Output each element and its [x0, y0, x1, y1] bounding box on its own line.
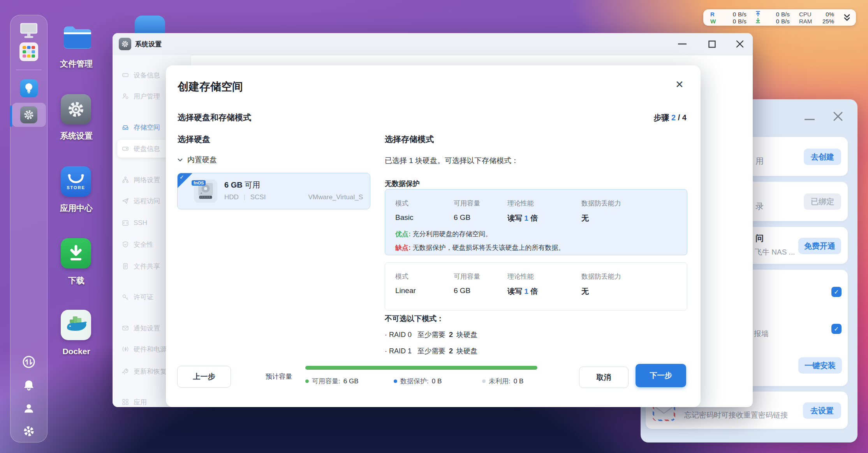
select-disk-heading: 选择硬盘 [178, 134, 210, 145]
desktop-icon-file-manager[interactable] [61, 22, 91, 54]
gear-icon [23, 109, 35, 121]
create-storage-dialog: 创建存储空间 ✕ 选择硬盘和存储模式 步骤 2 / 4 选择硬盘 内置硬盘 ✓ … [166, 65, 701, 407]
desktop-icon-app-center[interactable]: STORE [61, 166, 91, 197]
one-click-install-button[interactable]: 一键安装 [798, 357, 842, 374]
legend-available: 可用容量: 6 GB [305, 377, 358, 386]
dialog-title: 创建存储空间 [178, 79, 243, 94]
legend-protection: 数据保护: 0 B [394, 377, 442, 386]
transfer-arrows-icon [22, 355, 35, 369]
system-status-pill[interactable]: R 0 B/s 0 B/s CPU 0% W 0 B/s 0 B/s RAM 2… [703, 9, 856, 26]
sidebar-item-file-sharing[interactable]: 文件共享 [122, 261, 160, 271]
legend-dot-available [305, 379, 309, 383]
mode-pro: 优点: 充分利用硬盘的存储空间。 [385, 230, 687, 239]
wizard-minimize-button[interactable] [805, 115, 815, 122]
dock-item-settings[interactable] [22, 425, 35, 438]
window-app-icon [119, 38, 131, 50]
internal-disk-group-toggle[interactable]: 内置硬盘 [178, 155, 217, 165]
disk-capacity: 6 GB 可用 [224, 180, 260, 190]
mode-card-linear[interactable]: 模式 可用容量 理论性能 数据防丢能力 Linear 6 GB 读写 1 倍 无 [385, 262, 687, 311]
checkbox-checked[interactable]: ✓ [831, 287, 842, 297]
user-gear-icon [122, 93, 129, 100]
mode-protection: 无 [581, 213, 687, 223]
mode-table-values: Basic 6 GB 读写 1 倍 无 [385, 213, 687, 223]
sidebar-item-user-management[interactable]: 用户管理 [122, 91, 160, 101]
sidebar-item-ssh[interactable]: SSH [122, 218, 147, 228]
go-setup-button[interactable]: 去设置 [803, 402, 841, 419]
dock-item-notifications[interactable] [22, 379, 35, 392]
mode-hint: 已选择 1 块硬盘。可选择以下存储模式： [385, 156, 519, 166]
status-row-write: W 0 B/s 0 B/s RAM 25% [710, 18, 834, 25]
raid1-note: · RAID 1 至少需要 2 块硬盘 [385, 346, 477, 356]
sidebar-item-network[interactable]: 网络设置 [122, 175, 160, 185]
dock-item-user[interactable] [22, 402, 35, 415]
mode-table-values: Linear 6 GB 读写 1 倍 无 [385, 286, 687, 297]
minimize-button[interactable] [676, 38, 688, 50]
apps-grid-icon [22, 45, 36, 59]
sidebar-item-security[interactable]: 安全性 [122, 239, 153, 249]
sidebar-item-update-restore[interactable]: 更新和恢复 [122, 366, 167, 376]
hdd-icon: fnOS [194, 179, 217, 203]
cancel-button[interactable]: 取消 [579, 367, 629, 388]
chevron-double-down-icon[interactable] [843, 13, 851, 23]
monitor-icon [19, 22, 39, 39]
next-button[interactable]: 下一步 [636, 364, 686, 387]
store-text: STORE [67, 185, 85, 190]
desktop-icon-docker[interactable] [61, 310, 91, 340]
device-icon [122, 72, 129, 79]
go-create-button[interactable]: 去创建 [804, 149, 841, 165]
apps-icon [122, 399, 129, 406]
power-icon [122, 346, 129, 353]
sidebar-item-license[interactable]: 许可证 [122, 292, 153, 302]
legend-unused: 未利用: 0 B [482, 377, 523, 386]
storage-inbox-icon [122, 124, 129, 131]
legend-dot-protection [394, 379, 397, 383]
bell-icon [23, 379, 35, 392]
dock-divider [16, 70, 42, 70]
mode-card-basic[interactable]: 模式 可用容量 理论性能 数据防丢能力 Basic 6 GB 读写 1 倍 无 … [385, 189, 687, 255]
card-text-fragment: 用 [755, 156, 764, 167]
category-no-protection: 无数据保护 [385, 179, 420, 188]
sidebar-item-storage-space[interactable]: 存储空间 [122, 122, 160, 132]
desktop-icon-system-settings[interactable] [61, 94, 91, 125]
terminal-icon [122, 219, 129, 226]
dock-item-system-settings[interactable] [20, 106, 37, 123]
estimate-capacity-label: 预计容量 [266, 372, 292, 381]
bound-button[interactable]: 已绑定 [804, 193, 841, 210]
disk-card[interactable]: ✓ fnOS 6 GB 可用 HDD | SCSI VMware_Virtual… [177, 173, 370, 209]
dock-item-tips[interactable] [20, 79, 38, 97]
download-icon [752, 18, 764, 25]
dock-active-indicator [10, 105, 12, 127]
disk-icon [122, 145, 129, 152]
close-button[interactable] [734, 38, 746, 50]
window-titlebar[interactable]: 系统设置 [113, 33, 753, 55]
back-button[interactable]: 上一步 [177, 366, 231, 388]
mode-performance: 读写 1 倍 [507, 213, 581, 223]
rocket-icon [122, 368, 129, 375]
gear-icon [66, 99, 86, 119]
sidebar-item-disk-info[interactable]: 硬盘信息 [122, 144, 160, 154]
checkbox-checked[interactable]: ✓ [831, 324, 842, 334]
maximize-button[interactable] [706, 38, 718, 50]
capacity-progress-bar [305, 366, 537, 370]
sidebar-item-remote-access[interactable]: 远程访问 [122, 196, 160, 206]
sidebar-item-notifications[interactable]: 通知设置 [122, 323, 160, 333]
dock-item-desktop[interactable] [18, 21, 40, 40]
desktop-icon-downloads[interactable] [61, 238, 91, 269]
docker-whale-icon [64, 314, 88, 336]
fnos-badge: fnOS [192, 180, 206, 186]
step-current: 2 [671, 113, 676, 122]
wizard-close-button[interactable] [833, 111, 843, 123]
dock-item-transfer[interactable] [22, 355, 35, 369]
sidebar-item-device-info[interactable]: 设备信息 [122, 70, 160, 80]
mode-table-header: 模式 可用容量 理论性能 数据防丢能力 [385, 272, 687, 281]
disk-model: VMware_Virtual_S [308, 193, 363, 201]
free-activate-button[interactable]: 免费开通 [798, 238, 841, 254]
sidebar-item-hardware-power[interactable]: 硬件和电源 [122, 344, 167, 354]
dock-item-apps[interactable] [19, 42, 38, 61]
card-text-fragment: 录 [755, 201, 764, 212]
user-icon [23, 402, 35, 415]
mode-table-header: 模式 可用容量 理论性能 数据防丢能力 [385, 199, 687, 208]
mail-icon [122, 325, 129, 332]
sidebar-item-applications[interactable]: 应用 [122, 397, 147, 407]
dialog-close-icon[interactable]: ✕ [675, 79, 684, 91]
